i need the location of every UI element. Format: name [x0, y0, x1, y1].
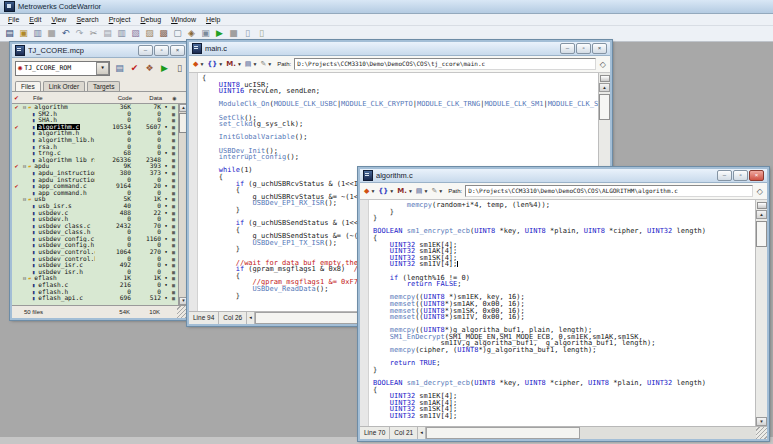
target-settings-icon[interactable]: ▦: [169, 236, 178, 243]
target-settings-icon[interactable]: ▦: [169, 190, 178, 197]
file-row[interactable]: ▮eflash_api.c696512•▦: [12, 295, 178, 302]
target-settings-icon[interactable]: ▦: [169, 249, 178, 256]
source-doc-icon[interactable]: ▯: [242, 28, 253, 39]
file-row[interactable]: ✔▮algorithm.c105345607•▦: [12, 124, 178, 131]
menu-view[interactable]: View: [46, 16, 71, 23]
tab-link-order[interactable]: Link Order: [43, 81, 85, 91]
column-indicator[interactable]: Col 21: [390, 427, 418, 439]
target-settings-icon[interactable]: ▦: [169, 150, 178, 157]
target-settings-icon[interactable]: ▦: [169, 210, 178, 217]
file-row[interactable]: ▮usbdev_config.c01160•▦: [12, 236, 178, 243]
scroll-up-icon[interactable]: ▲: [599, 83, 610, 92]
target-settings-icon[interactable]: ▦: [169, 163, 178, 170]
file-row[interactable]: ▮usbdev.c48822•▦: [12, 210, 178, 217]
target-settings-icon[interactable]: ▦: [169, 117, 178, 124]
line-indicator[interactable]: Line 94: [189, 312, 219, 324]
vertical-scrollbar[interactable]: ▲ ▼: [755, 200, 767, 426]
target-dropdown-arrow[interactable]: ▼: [96, 62, 109, 75]
target-settings-icon[interactable]: ▦: [169, 111, 178, 118]
file-row[interactable]: ▮eflash.c2160•▦: [12, 282, 178, 289]
menu-file[interactable]: File: [3, 16, 24, 23]
revert-icon[interactable]: ▧: [130, 28, 141, 39]
target-settings-icon[interactable]: ▦: [169, 256, 178, 263]
source-popup-button[interactable]: ◆▼: [193, 60, 204, 68]
collapse-icon[interactable]: ⊟: [21, 275, 28, 282]
target-settings-icon[interactable]: ▦: [169, 295, 178, 302]
check-syntax-icon[interactable]: ▨: [144, 28, 155, 39]
minimize-button[interactable]: –: [560, 43, 575, 54]
main-editor-titlebar[interactable]: main.c – ▫ ×: [189, 42, 610, 56]
target-settings-icon[interactable]: ▦: [169, 137, 178, 144]
run-icon[interactable]: ▶: [159, 63, 170, 74]
file-popup-button[interactable]: ▤▼: [245, 60, 258, 68]
resize-grip[interactable]: [756, 427, 767, 439]
stop-disabled-icon[interactable]: ■: [46, 28, 57, 39]
braces-popup-button[interactable]: {}▼: [378, 187, 394, 195]
menu-help[interactable]: Help: [201, 16, 225, 23]
markers-popup-button[interactable]: M.▼: [397, 187, 413, 195]
target-settings-icon[interactable]: ▦: [169, 130, 178, 137]
menu-project[interactable]: Project: [104, 16, 136, 23]
compile-icon[interactable]: ▩: [158, 28, 169, 39]
file-row[interactable]: ▮usbdev_isr.c4920•▦: [12, 262, 178, 269]
open-folder-icon[interactable]: ▣: [18, 28, 29, 39]
touch-column-icon[interactable]: ✔: [12, 94, 21, 101]
debug-icon[interactable]: ▯: [174, 63, 185, 74]
braces-popup-button[interactable]: {}▼: [207, 60, 223, 68]
file-row[interactable]: ⊟▰usb5K1K•▦: [12, 196, 178, 203]
save-icon[interactable]: ▥: [32, 28, 43, 39]
target-settings-icon[interactable]: ▦: [169, 157, 178, 164]
close-button[interactable]: ×: [592, 43, 607, 54]
tab-files[interactable]: Files: [15, 81, 41, 91]
file-row[interactable]: ▮apdu_instruction.c380373•▦: [12, 170, 178, 177]
maximize-button[interactable]: ▫: [733, 170, 748, 181]
close-button[interactable]: ×: [749, 170, 764, 181]
target-settings-icon[interactable]: ▦: [169, 196, 178, 203]
split-pane-handle[interactable]: [600, 75, 610, 82]
version-popup-button[interactable]: ✎▼: [431, 187, 443, 195]
check-syntax-icon[interactable]: ✔: [129, 63, 140, 74]
scroll-left-icon[interactable]: ◂: [418, 427, 426, 439]
scroll-left-icon[interactable]: ◂: [247, 312, 255, 324]
scroll-down-icon[interactable]: ▼: [756, 417, 767, 426]
project-window-titlebar[interactable]: TJ_CCORE.mcp – ▫ ×: [12, 44, 188, 58]
make-icon[interactable]: ❖: [144, 63, 155, 74]
paste-icon[interactable]: ▥: [116, 28, 127, 39]
target-settings-icon[interactable]: ▦: [169, 177, 178, 184]
file-row[interactable]: ⊟▰eflash1K1K•▦: [12, 275, 178, 282]
target-settings-icon[interactable]: ▦: [169, 269, 178, 276]
settings-icon[interactable]: ◈: [186, 28, 197, 39]
target-settings-icon[interactable]: ▦: [169, 170, 178, 177]
menu-edit[interactable]: Edit: [24, 16, 46, 23]
close-button[interactable]: ×: [170, 45, 185, 56]
new-file-icon[interactable]: ▤: [4, 28, 15, 39]
file-row[interactable]: ✔⊟▰algorithm36K7K•▦: [12, 104, 178, 111]
split-pane-handle[interactable]: [757, 202, 767, 209]
file-row[interactable]: ✔▮app_command.c916420•▦: [12, 183, 178, 190]
target-column-icon[interactable]: ◉: [170, 95, 179, 101]
file-row[interactable]: ▮SM2.h00▦: [12, 111, 178, 118]
menu-window[interactable]: Window: [166, 16, 201, 23]
undo-icon[interactable]: ↶: [60, 28, 71, 39]
source-popup-button[interactable]: ◆▼: [364, 187, 375, 195]
target-settings-icon[interactable]: ▦: [169, 275, 178, 282]
scrollbar-thumb[interactable]: [756, 221, 767, 247]
collapse-icon[interactable]: ⊟: [21, 196, 28, 203]
target-settings-icon[interactable]: ▦: [169, 229, 178, 236]
file-column-header[interactable]: File: [21, 95, 96, 101]
header-doc-icon[interactable]: ▯: [256, 28, 267, 39]
target-settings-icon[interactable]: ▦: [169, 223, 178, 230]
target-settings-icon[interactable]: ▦: [169, 282, 178, 289]
horizontal-scrollbar[interactable]: [426, 427, 756, 439]
scrollbar-thumb[interactable]: [426, 427, 580, 439]
version-popup-button[interactable]: ✎▼: [260, 60, 272, 68]
code-area[interactable]: memcpy(random+i*4, temp, (len%4)); }} BO…: [369, 200, 755, 426]
file-path-field[interactable]: D:\Projects\CCM3310\Demo\DemoCOS\COS\ALG…: [465, 185, 753, 197]
debug-stop-icon[interactable]: ■: [228, 28, 239, 39]
target-settings-icon[interactable]: ▦: [169, 289, 178, 296]
minimize-button[interactable]: –: [717, 170, 732, 181]
copy-icon[interactable]: ▤: [102, 28, 113, 39]
algorithm-editor-titlebar[interactable]: algorithm.c – ▫ ×: [360, 169, 767, 183]
project-folder-icon[interactable]: ▣: [200, 28, 211, 39]
file-row[interactable]: ▮algorithm.h00▦: [12, 130, 178, 137]
